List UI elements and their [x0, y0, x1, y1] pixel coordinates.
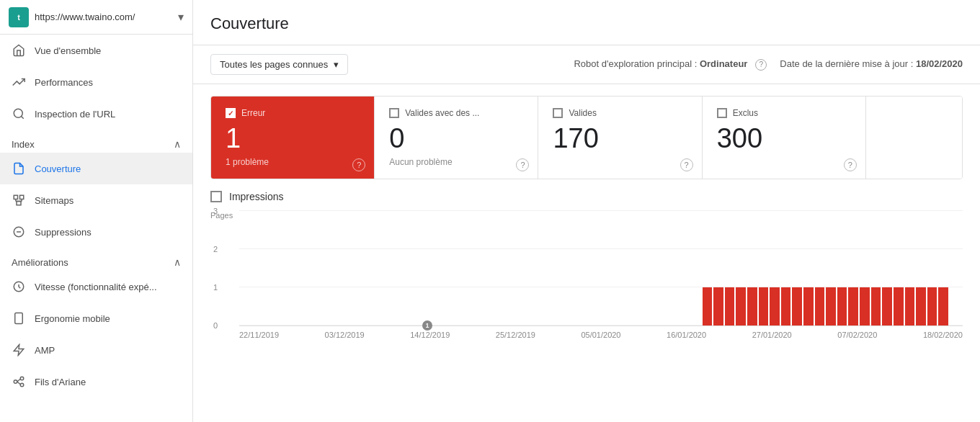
bolt-icon — [12, 343, 26, 357]
nav-item-sitemaps[interactable]: Sitemaps — [0, 184, 192, 216]
chart-grid: 3 2 1 0 1 — [239, 211, 963, 326]
bar-14 — [848, 287, 858, 326]
section-header-ameliorations[interactable]: Améliorations ∧ — [0, 248, 192, 271]
stat-header-exclus: Exclus — [717, 108, 851, 118]
bar-7 — [770, 287, 780, 326]
x-label-2: 14/12/2019 — [410, 331, 450, 339]
nav-item-couverture[interactable]: Couverture — [0, 153, 192, 184]
toolbar-info: Robot d'exploration principal : Ordinate… — [574, 58, 963, 71]
svg-point-15 — [14, 380, 17, 384]
stat-card-valides-avec[interactable]: Valides avec des ... 0 Aucun problème ? — [375, 96, 538, 179]
stat-help-valides[interactable]: ? — [680, 158, 693, 171]
bar-4 — [736, 287, 746, 326]
svg-line-18 — [17, 379, 21, 382]
svg-rect-12 — [15, 313, 23, 324]
toolbar: Toutes les pages connues ▾ Robot d'explo… — [193, 45, 980, 84]
help-icon[interactable]: ? — [755, 59, 767, 71]
grid-line-3: 3 — [239, 210, 963, 211]
svg-point-16 — [20, 377, 24, 380]
bar-1 — [703, 287, 713, 326]
grid-line-2: 2 — [239, 248, 963, 249]
stat-help-valides-avec[interactable]: ? — [516, 158, 529, 171]
bar-17 — [882, 287, 892, 326]
stat-help-erreur[interactable]: ? — [352, 158, 365, 171]
bar-6 — [759, 287, 769, 326]
section-header-index[interactable]: Index ∧ — [0, 130, 192, 153]
svg-rect-2 — [14, 195, 17, 199]
breadcrumb-icon — [12, 374, 26, 389]
stat-checkbox-valides-avec[interactable] — [389, 108, 399, 118]
stat-checkbox-valides[interactable] — [553, 108, 563, 118]
nav-item-inspection-url[interactable]: Inspection de l'URL — [0, 98, 192, 130]
bar-group-errors — [703, 287, 948, 326]
home-icon — [12, 43, 26, 58]
x-label-1: 03/12/2019 — [325, 331, 365, 339]
stat-card-valides[interactable]: Valides 170 ? — [538, 96, 702, 179]
browser-url-bar[interactable]: t https://www.twaino.com/ ▾ — [0, 0, 192, 35]
stat-card-exclus[interactable]: Exclus 300 ? — [703, 96, 866, 179]
bar-21 — [927, 287, 937, 326]
bar-18 — [894, 287, 904, 326]
url-chevron-icon[interactable]: ▾ — [178, 10, 184, 24]
stat-header-valides-avec: Valides avec des ... — [389, 108, 523, 118]
stat-card-erreur[interactable]: ✓ Erreur 1 1 problème ? — [211, 96, 375, 179]
x-label-5: 16/01/2020 — [667, 331, 706, 339]
stat-header-erreur: ✓ Erreur — [226, 108, 360, 118]
nav-label-suppressions: Suppressions — [35, 227, 92, 238]
section-chevron-index-icon: ∧ — [174, 138, 181, 150]
section-label-ameliorations: Améliorations — [12, 257, 68, 268]
nav-item-amp[interactable]: AMP — [0, 334, 192, 366]
filter-chevron-icon: ▾ — [334, 59, 339, 70]
stat-checkbox-erreur[interactable]: ✓ — [226, 108, 236, 118]
bar-15 — [860, 287, 870, 326]
nav-item-vitesse[interactable]: Vitesse (fonctionnalité expé... — [0, 271, 192, 302]
nav-label-inspection: Inspection de l'URL — [35, 109, 115, 120]
sitemap-icon — [12, 193, 26, 207]
grid-label-3: 3 — [213, 207, 218, 215]
svg-line-1 — [21, 116, 23, 118]
grid-label-0: 0 — [213, 321, 218, 330]
filter-label: Toutes les pages connues — [220, 59, 328, 70]
page-title: Couverture — [210, 14, 963, 33]
nav-label-fils-ariane: Fils d'Ariane — [35, 377, 86, 387]
stats-row: ✓ Erreur 1 1 problème ? Valides avec des… — [210, 96, 963, 179]
bar-2 — [713, 287, 723, 326]
chart-header: Impressions — [210, 191, 963, 202]
nav-label-amp: AMP — [35, 345, 55, 356]
chart-checkbox[interactable] — [210, 191, 222, 202]
stat-sub-erreur: 1 problème — [226, 157, 360, 167]
svg-line-19 — [17, 382, 21, 385]
stat-header-valides: Valides — [553, 108, 687, 118]
trending-up-icon — [12, 75, 26, 89]
x-label-6: 27/01/2020 — [752, 331, 792, 339]
filter-button[interactable]: Toutes les pages connues ▾ — [210, 54, 348, 75]
nav-label-vitesse: Vitesse (fonctionnalité expé... — [35, 282, 157, 292]
svg-rect-3 — [20, 195, 24, 199]
date-value: 18/02/2020 — [916, 58, 963, 69]
bar-20 — [916, 287, 926, 326]
nav-item-fils-ariane[interactable]: Fils d'Ariane — [0, 366, 192, 398]
chart-x-labels: 22/11/2019 03/12/2019 14/12/2019 25/12/2… — [239, 331, 963, 339]
nav-item-performances[interactable]: Performances — [0, 66, 192, 98]
chart-wrap: Pages 3 2 1 0 1 — [210, 211, 963, 348]
grid-label-2: 2 — [213, 245, 218, 253]
stat-help-exclus[interactable]: ? — [844, 158, 857, 171]
grid-label-1: 1 — [213, 283, 218, 292]
svg-point-17 — [20, 383, 24, 387]
nav-item-ergonomie[interactable]: Ergonomie mobile — [0, 302, 192, 334]
nav-label-sitemaps: Sitemaps — [35, 195, 74, 206]
bar-8 — [781, 287, 791, 326]
nav-item-suppressions[interactable]: Suppressions — [0, 216, 192, 248]
nav-label-couverture: Couverture — [35, 163, 81, 174]
main-content: Couverture Toutes les pages connues ▾ Ro… — [193, 0, 980, 422]
checkmark-icon: ✓ — [228, 109, 233, 117]
nav-item-vue-ensemble[interactable]: Vue d'ensemble — [0, 35, 192, 66]
bar-19 — [905, 287, 915, 326]
bar-3 — [725, 287, 735, 326]
stat-checkbox-exclus[interactable] — [717, 108, 727, 118]
bar-22 — [938, 287, 948, 326]
nav-label-performances: Performances — [35, 77, 93, 88]
search-icon — [12, 107, 26, 121]
stat-label-valides: Valides — [569, 108, 596, 118]
remove-icon — [12, 225, 26, 239]
